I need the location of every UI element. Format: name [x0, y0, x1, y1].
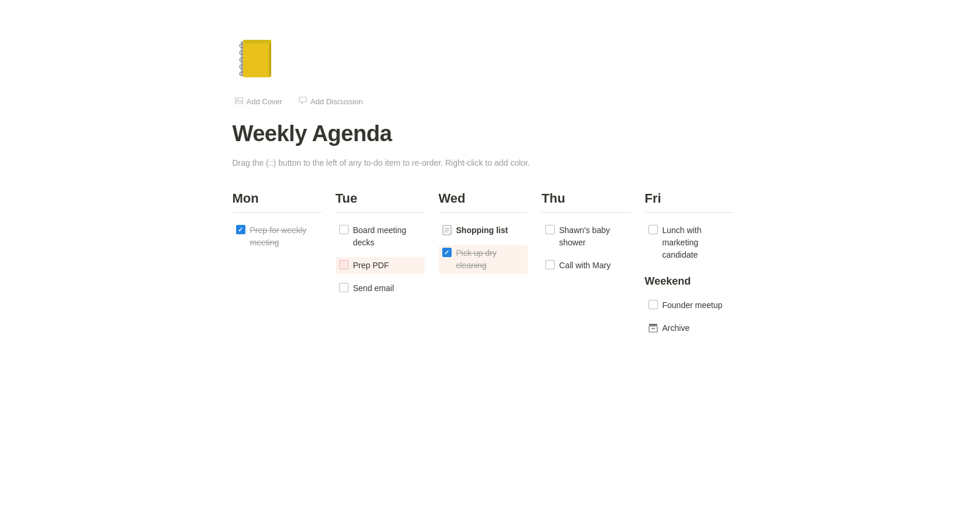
image-icon: [235, 97, 243, 106]
todo-archive: Archive: [645, 320, 734, 337]
page-subtitle: Drag the (::) button to the left of any …: [233, 158, 748, 167]
svg-rect-18: [649, 326, 657, 332]
todo-text-board-meeting: Board meeting decks: [353, 224, 421, 249]
todo-text-prep-weekly: Prep for weekly meeting: [250, 224, 318, 249]
todo-send-email: Send email: [336, 280, 425, 297]
todo-shopping-list: Shopping list: [439, 222, 528, 239]
checkbox-call-mary[interactable]: [545, 260, 555, 269]
col-header-thu: Thu: [542, 191, 631, 213]
todo-text-send-email: Send email: [353, 282, 394, 295]
svg-rect-11: [235, 98, 243, 104]
page-title: Weekly Agenda: [233, 121, 748, 146]
add-discussion-label: Add Discussion: [310, 97, 363, 106]
doc-icon-shopping: [442, 225, 452, 235]
column-mon: Mon Prep for weekly meeting: [233, 191, 336, 257]
svg-rect-0: [241, 41, 243, 76]
todo-text-shopping: Shopping list: [456, 224, 508, 237]
todo-text-prep-pdf: Prep PDF: [353, 259, 389, 272]
todo-prep-pdf: Prep PDF: [336, 257, 425, 274]
todo-founder-meetup: Founder meetup: [645, 297, 734, 314]
notebook-icon: [233, 35, 748, 84]
col-header-mon: Mon: [233, 191, 322, 213]
todo-text-call-mary: Call with Mary: [559, 259, 611, 272]
todo-text-archive: Archive: [663, 322, 690, 334]
todo-board-meeting: Board meeting decks: [336, 222, 425, 251]
col-header-tue: Tue: [336, 191, 425, 213]
chat-icon: [299, 97, 307, 106]
add-cover-button[interactable]: Add Cover: [233, 95, 285, 107]
todo-text-lunch-marketing: Lunch with marketing candidate: [663, 224, 730, 261]
svg-rect-10: [243, 43, 269, 77]
column-thu: Thu Shawn's baby shower Call with Mary: [542, 191, 645, 280]
svg-rect-7: [269, 41, 271, 76]
columns-container: Mon Prep for weekly meeting Tue Board me…: [233, 191, 748, 343]
column-fri: Fri Lunch with marketing candidate Weeke…: [645, 191, 748, 343]
todo-text-baby-shower: Shawn's baby shower: [559, 224, 627, 249]
checkbox-baby-shower[interactable]: [545, 225, 555, 234]
col-header-fri: Fri: [645, 191, 734, 213]
svg-rect-17: [649, 324, 657, 326]
checkbox-prep-pdf[interactable]: [339, 260, 349, 269]
add-cover-label: Add Cover: [247, 97, 282, 106]
svg-rect-19: [651, 328, 655, 329]
todo-prep-weekly: Prep for weekly meeting: [233, 222, 322, 251]
col-header-wed: Wed: [439, 191, 528, 213]
todo-dry-cleaning: Pick up dry cleaning: [439, 245, 528, 274]
checkbox-board-meeting[interactable]: [339, 225, 349, 234]
todo-text-dry-cleaning: Pick up dry cleaning: [456, 247, 524, 272]
page-container: Add Cover Add Discussion Weekly Agenda D…: [139, 0, 842, 378]
todo-baby-shower: Shawn's baby shower: [542, 222, 631, 251]
column-tue: Tue Board meeting decks Prep PDF Send em…: [336, 191, 439, 303]
checkbox-send-email[interactable]: [339, 283, 349, 292]
checkbox-prep-weekly[interactable]: [236, 225, 245, 234]
checkbox-founder-meetup[interactable]: [648, 300, 658, 309]
todo-call-mary: Call with Mary: [542, 257, 631, 274]
checkbox-dry-cleaning[interactable]: [442, 248, 452, 257]
todo-lunch-marketing: Lunch with marketing candidate: [645, 222, 734, 264]
column-wed: Wed Shopping list Pick up dry cleaning: [439, 191, 542, 280]
svg-rect-9: [243, 40, 271, 43]
todo-text-founder-meetup: Founder meetup: [663, 299, 723, 312]
weekend-header: Weekend: [645, 275, 734, 288]
archive-icon: [648, 323, 658, 333]
checkbox-lunch-marketing[interactable]: [648, 225, 658, 234]
add-discussion-button[interactable]: Add Discussion: [296, 95, 366, 107]
toolbar: Add Cover Add Discussion: [233, 95, 748, 107]
